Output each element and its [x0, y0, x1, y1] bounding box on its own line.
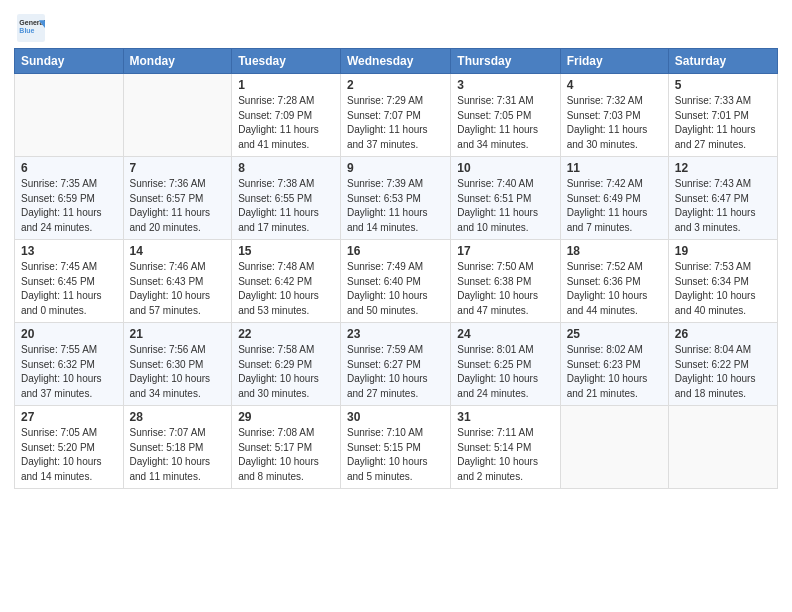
day-number: 29 [238, 410, 334, 424]
weekday-header-sunday: Sunday [15, 49, 124, 74]
day-info: Sunrise: 7:28 AM Sunset: 7:09 PM Dayligh… [238, 94, 334, 152]
day-info: Sunrise: 7:52 AM Sunset: 6:36 PM Dayligh… [567, 260, 662, 318]
calendar-cell: 29Sunrise: 7:08 AM Sunset: 5:17 PM Dayli… [232, 406, 341, 489]
calendar-cell: 20Sunrise: 7:55 AM Sunset: 6:32 PM Dayli… [15, 323, 124, 406]
day-info: Sunrise: 7:48 AM Sunset: 6:42 PM Dayligh… [238, 260, 334, 318]
calendar-cell: 7Sunrise: 7:36 AM Sunset: 6:57 PM Daylig… [123, 157, 232, 240]
day-number: 27 [21, 410, 117, 424]
header: General Blue [14, 10, 778, 42]
day-info: Sunrise: 7:10 AM Sunset: 5:15 PM Dayligh… [347, 426, 444, 484]
calendar-week-5: 27Sunrise: 7:05 AM Sunset: 5:20 PM Dayli… [15, 406, 778, 489]
day-info: Sunrise: 7:45 AM Sunset: 6:45 PM Dayligh… [21, 260, 117, 318]
day-number: 8 [238, 161, 334, 175]
day-number: 14 [130, 244, 226, 258]
day-number: 13 [21, 244, 117, 258]
calendar-cell: 25Sunrise: 8:02 AM Sunset: 6:23 PM Dayli… [560, 323, 668, 406]
day-info: Sunrise: 7:42 AM Sunset: 6:49 PM Dayligh… [567, 177, 662, 235]
day-info: Sunrise: 8:04 AM Sunset: 6:22 PM Dayligh… [675, 343, 771, 401]
day-info: Sunrise: 7:43 AM Sunset: 6:47 PM Dayligh… [675, 177, 771, 235]
day-info: Sunrise: 7:59 AM Sunset: 6:27 PM Dayligh… [347, 343, 444, 401]
day-number: 9 [347, 161, 444, 175]
day-number: 10 [457, 161, 553, 175]
calendar-week-4: 20Sunrise: 7:55 AM Sunset: 6:32 PM Dayli… [15, 323, 778, 406]
day-info: Sunrise: 7:07 AM Sunset: 5:18 PM Dayligh… [130, 426, 226, 484]
day-number: 24 [457, 327, 553, 341]
day-number: 21 [130, 327, 226, 341]
day-number: 30 [347, 410, 444, 424]
day-info: Sunrise: 7:36 AM Sunset: 6:57 PM Dayligh… [130, 177, 226, 235]
calendar-cell [15, 74, 124, 157]
weekday-header-saturday: Saturday [668, 49, 777, 74]
calendar-cell [668, 406, 777, 489]
day-info: Sunrise: 7:46 AM Sunset: 6:43 PM Dayligh… [130, 260, 226, 318]
calendar-cell [123, 74, 232, 157]
day-number: 7 [130, 161, 226, 175]
calendar-cell: 11Sunrise: 7:42 AM Sunset: 6:49 PM Dayli… [560, 157, 668, 240]
svg-text:Blue: Blue [19, 27, 34, 34]
calendar-cell: 27Sunrise: 7:05 AM Sunset: 5:20 PM Dayli… [15, 406, 124, 489]
calendar-cell: 6Sunrise: 7:35 AM Sunset: 6:59 PM Daylig… [15, 157, 124, 240]
day-number: 25 [567, 327, 662, 341]
calendar-cell: 21Sunrise: 7:56 AM Sunset: 6:30 PM Dayli… [123, 323, 232, 406]
logo-icon: General Blue [17, 14, 45, 42]
calendar-cell: 12Sunrise: 7:43 AM Sunset: 6:47 PM Dayli… [668, 157, 777, 240]
calendar-cell: 14Sunrise: 7:46 AM Sunset: 6:43 PM Dayli… [123, 240, 232, 323]
day-info: Sunrise: 7:32 AM Sunset: 7:03 PM Dayligh… [567, 94, 662, 152]
calendar-cell: 4Sunrise: 7:32 AM Sunset: 7:03 PM Daylig… [560, 74, 668, 157]
day-info: Sunrise: 7:08 AM Sunset: 5:17 PM Dayligh… [238, 426, 334, 484]
calendar-cell: 19Sunrise: 7:53 AM Sunset: 6:34 PM Dayli… [668, 240, 777, 323]
day-number: 16 [347, 244, 444, 258]
calendar-cell: 16Sunrise: 7:49 AM Sunset: 6:40 PM Dayli… [341, 240, 451, 323]
logo: General Blue [14, 14, 45, 42]
day-info: Sunrise: 7:58 AM Sunset: 6:29 PM Dayligh… [238, 343, 334, 401]
calendar-table: SundayMondayTuesdayWednesdayThursdayFrid… [14, 48, 778, 489]
calendar-cell: 28Sunrise: 7:07 AM Sunset: 5:18 PM Dayli… [123, 406, 232, 489]
weekday-header-friday: Friday [560, 49, 668, 74]
calendar-cell: 3Sunrise: 7:31 AM Sunset: 7:05 PM Daylig… [451, 74, 560, 157]
day-number: 1 [238, 78, 334, 92]
weekday-header-thursday: Thursday [451, 49, 560, 74]
calendar-cell: 9Sunrise: 7:39 AM Sunset: 6:53 PM Daylig… [341, 157, 451, 240]
calendar-cell: 26Sunrise: 8:04 AM Sunset: 6:22 PM Dayli… [668, 323, 777, 406]
calendar-cell: 22Sunrise: 7:58 AM Sunset: 6:29 PM Dayli… [232, 323, 341, 406]
calendar-cell: 30Sunrise: 7:10 AM Sunset: 5:15 PM Dayli… [341, 406, 451, 489]
calendar-body: 1Sunrise: 7:28 AM Sunset: 7:09 PM Daylig… [15, 74, 778, 489]
day-info: Sunrise: 7:53 AM Sunset: 6:34 PM Dayligh… [675, 260, 771, 318]
day-info: Sunrise: 7:29 AM Sunset: 7:07 PM Dayligh… [347, 94, 444, 152]
calendar-cell: 1Sunrise: 7:28 AM Sunset: 7:09 PM Daylig… [232, 74, 341, 157]
calendar-cell: 17Sunrise: 7:50 AM Sunset: 6:38 PM Dayli… [451, 240, 560, 323]
day-number: 4 [567, 78, 662, 92]
calendar-cell: 10Sunrise: 7:40 AM Sunset: 6:51 PM Dayli… [451, 157, 560, 240]
day-info: Sunrise: 7:49 AM Sunset: 6:40 PM Dayligh… [347, 260, 444, 318]
day-number: 20 [21, 327, 117, 341]
day-info: Sunrise: 7:11 AM Sunset: 5:14 PM Dayligh… [457, 426, 553, 484]
calendar-cell [560, 406, 668, 489]
day-number: 31 [457, 410, 553, 424]
day-info: Sunrise: 7:50 AM Sunset: 6:38 PM Dayligh… [457, 260, 553, 318]
weekday-header-wednesday: Wednesday [341, 49, 451, 74]
day-number: 22 [238, 327, 334, 341]
day-info: Sunrise: 7:56 AM Sunset: 6:30 PM Dayligh… [130, 343, 226, 401]
day-info: Sunrise: 7:33 AM Sunset: 7:01 PM Dayligh… [675, 94, 771, 152]
day-number: 28 [130, 410, 226, 424]
day-number: 2 [347, 78, 444, 92]
weekday-header-monday: Monday [123, 49, 232, 74]
day-number: 6 [21, 161, 117, 175]
day-info: Sunrise: 7:38 AM Sunset: 6:55 PM Dayligh… [238, 177, 334, 235]
day-number: 19 [675, 244, 771, 258]
day-number: 3 [457, 78, 553, 92]
day-info: Sunrise: 7:55 AM Sunset: 6:32 PM Dayligh… [21, 343, 117, 401]
calendar-page: General Blue SundayMondayTuesdayWednesda… [0, 0, 792, 612]
calendar-cell: 8Sunrise: 7:38 AM Sunset: 6:55 PM Daylig… [232, 157, 341, 240]
day-info: Sunrise: 7:35 AM Sunset: 6:59 PM Dayligh… [21, 177, 117, 235]
calendar-cell: 23Sunrise: 7:59 AM Sunset: 6:27 PM Dayli… [341, 323, 451, 406]
day-info: Sunrise: 8:01 AM Sunset: 6:25 PM Dayligh… [457, 343, 553, 401]
day-info: Sunrise: 7:31 AM Sunset: 7:05 PM Dayligh… [457, 94, 553, 152]
day-info: Sunrise: 8:02 AM Sunset: 6:23 PM Dayligh… [567, 343, 662, 401]
calendar-cell: 2Sunrise: 7:29 AM Sunset: 7:07 PM Daylig… [341, 74, 451, 157]
day-number: 5 [675, 78, 771, 92]
calendar-cell: 31Sunrise: 7:11 AM Sunset: 5:14 PM Dayli… [451, 406, 560, 489]
day-number: 11 [567, 161, 662, 175]
calendar-cell: 18Sunrise: 7:52 AM Sunset: 6:36 PM Dayli… [560, 240, 668, 323]
calendar-cell: 5Sunrise: 7:33 AM Sunset: 7:01 PM Daylig… [668, 74, 777, 157]
